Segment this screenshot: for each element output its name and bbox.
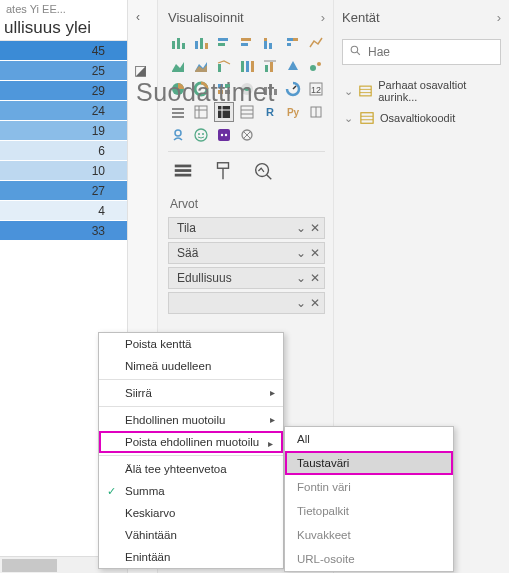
data-cell[interactable]: 6: [0, 141, 127, 161]
menu-average[interactable]: Keskiarvo: [99, 502, 283, 524]
submenu-font-color[interactable]: Fontin väri: [285, 475, 453, 499]
viz-type-icon[interactable]: [306, 56, 326, 76]
menu-sum[interactable]: Summa: [99, 480, 283, 502]
viz-type-icon[interactable]: [191, 102, 211, 122]
viz-type-icon[interactable]: [168, 125, 188, 145]
viz-type-icon[interactable]: [214, 33, 234, 53]
field-well[interactable]: Tila⌄✕: [168, 217, 325, 239]
table-icon: [359, 84, 372, 98]
search-icon: [349, 44, 362, 60]
data-cell[interactable]: 4: [0, 201, 127, 221]
viz-type-icon[interactable]: [237, 102, 257, 122]
fields-search[interactable]: [342, 39, 501, 65]
values-label: Arvot: [168, 191, 325, 217]
viz-type-icon[interactable]: [237, 125, 257, 145]
remove-field-icon[interactable]: ✕: [310, 246, 320, 260]
viz-type-icon[interactable]: [191, 33, 211, 53]
viz-type-icon[interactable]: R: [260, 102, 280, 122]
chevron-down-icon[interactable]: ⌄: [296, 246, 306, 260]
svg-text:Py: Py: [287, 107, 300, 118]
data-cell[interactable]: 24: [0, 101, 127, 121]
field-well[interactable]: Edullisuus⌄✕: [168, 267, 325, 289]
submenu-background-color[interactable]: Taustaväri: [285, 451, 453, 475]
remove-field-icon[interactable]: ✕: [310, 221, 320, 235]
chevron-left-icon[interactable]: ‹: [136, 10, 140, 24]
data-cell[interactable]: 27: [0, 181, 127, 201]
menu-rename[interactable]: Nimeä uudelleen: [99, 355, 283, 377]
fields-table-row[interactable]: ⌄Parhaat osavaltiot aurink...: [342, 75, 501, 107]
fields-table-row[interactable]: ⌄Osavaltiokoodit: [342, 107, 501, 129]
viz-type-icon[interactable]: Py: [283, 102, 303, 122]
svg-rect-57: [218, 129, 230, 141]
svg-point-58: [221, 134, 223, 136]
viz-type-icon[interactable]: [168, 79, 188, 99]
svg-point-56: [202, 133, 204, 135]
data-cell[interactable]: 19: [0, 121, 127, 141]
format-tab-icon[interactable]: [212, 160, 234, 185]
viz-type-icon[interactable]: [168, 33, 188, 53]
viz-type-icon[interactable]: [260, 56, 280, 76]
remove-field-icon[interactable]: ✕: [310, 296, 320, 310]
svg-rect-10: [264, 41, 267, 49]
submenu-icons[interactable]: Kuvakkeet: [285, 523, 453, 547]
menu-conditional-formatting[interactable]: Ehdollinen muotoilu: [99, 409, 283, 431]
chevron-down-icon[interactable]: ⌄: [344, 112, 354, 125]
svg-rect-27: [225, 84, 230, 88]
search-input[interactable]: [368, 45, 494, 59]
menu-remove-field[interactable]: Poista kenttä: [99, 333, 283, 355]
viz-type-icon[interactable]: [214, 56, 234, 76]
chevron-down-icon[interactable]: ⌄: [296, 271, 306, 285]
viz-type-icon[interactable]: [237, 79, 257, 99]
viz-type-icon[interactable]: [260, 79, 280, 99]
menu-move[interactable]: Siirrä: [99, 382, 283, 404]
menu-minimum[interactable]: Vähintään: [99, 524, 283, 546]
menu-dont-summarize[interactable]: Älä tee yhteenvetoa: [99, 458, 283, 480]
svg-rect-43: [218, 106, 230, 118]
field-well[interactable]: ⌄✕: [168, 292, 325, 314]
svg-rect-6: [218, 38, 228, 41]
viz-type-icon[interactable]: [237, 56, 257, 76]
viz-type-icon[interactable]: [168, 102, 188, 122]
svg-rect-63: [175, 165, 192, 168]
submenu-all[interactable]: All: [285, 427, 453, 451]
menu-maximum[interactable]: Enintään: [99, 546, 283, 568]
viz-type-icon[interactable]: [283, 33, 303, 53]
submenu-url[interactable]: URL-osoite: [285, 547, 453, 571]
viz-type-icon[interactable]: [260, 33, 280, 53]
viz-type-icon[interactable]: 12: [306, 79, 326, 99]
viz-type-icon[interactable]: [214, 79, 234, 99]
scrollbar-thumb[interactable]: [2, 559, 57, 572]
menu-remove-conditional-formatting[interactable]: Poista ehdollinen muotoilu: [99, 431, 283, 453]
viz-type-icon[interactable]: [168, 56, 188, 76]
table-icon: [360, 111, 374, 125]
viz-type-icon[interactable]: [191, 125, 211, 145]
data-cell[interactable]: 10: [0, 161, 127, 181]
data-cell[interactable]: 25: [0, 61, 127, 81]
filters-icon: ◪: [134, 62, 147, 78]
field-well[interactable]: Sää⌄✕: [168, 242, 325, 264]
data-cell[interactable]: 45: [0, 41, 127, 61]
analytics-tab-icon[interactable]: [252, 160, 274, 185]
data-cell[interactable]: 29: [0, 81, 127, 101]
svg-rect-0: [172, 41, 175, 49]
viz-type-icon[interactable]: [283, 56, 303, 76]
viz-type-icon[interactable]: [214, 125, 234, 145]
chevron-down-icon[interactable]: ⌄: [296, 296, 306, 310]
chevron-right-icon[interactable]: ›: [321, 10, 325, 25]
viz-type-icon[interactable]: [191, 79, 211, 99]
viz-type-icon[interactable]: [191, 56, 211, 76]
data-cell[interactable]: 33: [0, 221, 127, 241]
remove-field-icon[interactable]: ✕: [310, 271, 320, 285]
viz-type-icon[interactable]: [306, 33, 326, 53]
viz-type-icon[interactable]: [214, 102, 234, 122]
chevron-right-icon[interactable]: ›: [497, 10, 501, 25]
viz-type-icon[interactable]: [283, 79, 303, 99]
chevron-down-icon[interactable]: ⌄: [296, 221, 306, 235]
svg-rect-12: [269, 43, 272, 49]
viz-type-icon[interactable]: [237, 33, 257, 53]
svg-rect-11: [264, 38, 267, 41]
submenu-data-bars[interactable]: Tietopalkit: [285, 499, 453, 523]
chevron-down-icon[interactable]: ⌄: [344, 85, 353, 98]
viz-type-icon[interactable]: [306, 102, 326, 122]
fields-tab-icon[interactable]: [172, 160, 194, 185]
